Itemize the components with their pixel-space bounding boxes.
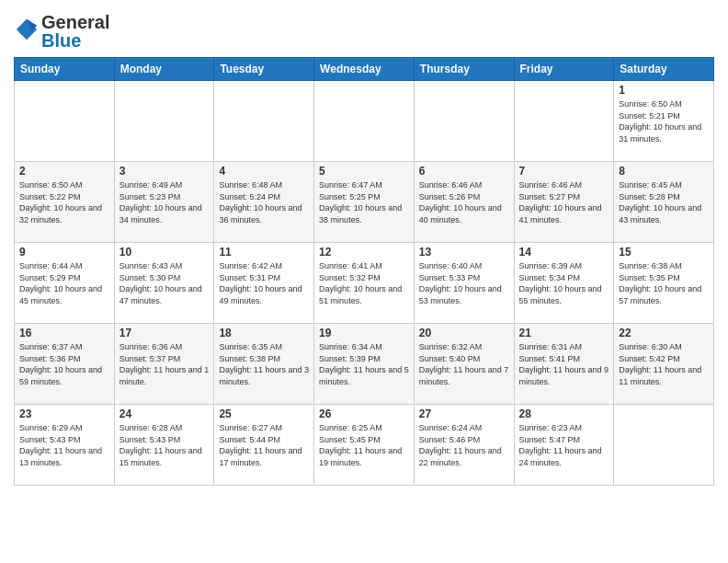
weekday-wednesday: Wednesday xyxy=(314,58,415,81)
day-number: 21 xyxy=(519,327,609,339)
day-cell: 4Sunrise: 6:48 AM Sunset: 5:24 PM Daylig… xyxy=(214,162,314,243)
day-info: Sunrise: 6:25 AM Sunset: 5:45 PM Dayligh… xyxy=(319,422,409,468)
day-info: Sunrise: 6:37 AM Sunset: 5:36 PM Dayligh… xyxy=(19,341,109,387)
day-info: Sunrise: 6:39 AM Sunset: 5:34 PM Dayligh… xyxy=(519,260,609,306)
day-cell: 22Sunrise: 6:30 AM Sunset: 5:42 PM Dayli… xyxy=(614,324,714,405)
day-cell: 24Sunrise: 6:28 AM Sunset: 5:43 PM Dayli… xyxy=(114,405,214,486)
svg-marker-0 xyxy=(17,19,37,40)
day-info: Sunrise: 6:27 AM Sunset: 5:44 PM Dayligh… xyxy=(219,422,309,468)
day-number: 20 xyxy=(419,327,509,339)
weekday-monday: Monday xyxy=(114,58,214,81)
day-cell: 25Sunrise: 6:27 AM Sunset: 5:44 PM Dayli… xyxy=(214,405,314,486)
header: General Blue xyxy=(14,9,714,50)
day-cell: 20Sunrise: 6:32 AM Sunset: 5:40 PM Dayli… xyxy=(414,324,514,405)
day-info: Sunrise: 6:45 AM Sunset: 5:28 PM Dayligh… xyxy=(619,179,709,225)
day-cell: 9Sunrise: 6:44 AM Sunset: 5:29 PM Daylig… xyxy=(15,243,115,324)
day-number: 19 xyxy=(319,327,409,339)
day-cell: 18Sunrise: 6:35 AM Sunset: 5:38 PM Dayli… xyxy=(214,324,314,405)
day-number: 17 xyxy=(119,327,210,339)
day-number: 15 xyxy=(619,246,709,259)
day-info: Sunrise: 6:24 AM Sunset: 5:46 PM Dayligh… xyxy=(419,422,509,468)
day-cell xyxy=(114,81,214,162)
day-cell: 12Sunrise: 6:41 AM Sunset: 5:32 PM Dayli… xyxy=(314,243,415,324)
day-number: 22 xyxy=(619,327,709,339)
day-number: 23 xyxy=(19,408,109,420)
logo-text: General Blue xyxy=(41,13,109,50)
day-number: 12 xyxy=(319,246,409,259)
day-info: Sunrise: 6:41 AM Sunset: 5:32 PM Dayligh… xyxy=(319,260,409,306)
day-cell: 3Sunrise: 6:49 AM Sunset: 5:23 PM Daylig… xyxy=(114,162,214,243)
day-info: Sunrise: 6:34 AM Sunset: 5:39 PM Dayligh… xyxy=(319,341,409,387)
day-cell xyxy=(414,81,514,162)
day-number: 4 xyxy=(219,165,309,178)
day-cell xyxy=(614,405,714,486)
day-cell: 8Sunrise: 6:45 AM Sunset: 5:28 PM Daylig… xyxy=(614,162,714,243)
weekday-sunday: Sunday xyxy=(15,58,115,81)
day-number: 16 xyxy=(19,327,109,339)
week-row-2: 9Sunrise: 6:44 AM Sunset: 5:29 PM Daylig… xyxy=(15,243,714,324)
day-cell: 7Sunrise: 6:46 AM Sunset: 5:27 PM Daylig… xyxy=(514,162,614,243)
day-cell: 21Sunrise: 6:31 AM Sunset: 5:41 PM Dayli… xyxy=(514,324,614,405)
weekday-friday: Friday xyxy=(514,58,614,81)
day-number: 18 xyxy=(219,327,309,339)
day-number: 3 xyxy=(119,165,210,178)
day-info: Sunrise: 6:43 AM Sunset: 5:30 PM Dayligh… xyxy=(119,260,210,306)
day-number: 11 xyxy=(219,246,309,259)
day-number: 24 xyxy=(119,408,210,420)
day-info: Sunrise: 6:40 AM Sunset: 5:33 PM Dayligh… xyxy=(419,260,509,306)
day-cell xyxy=(514,81,614,162)
day-number: 7 xyxy=(519,165,609,178)
day-number: 2 xyxy=(19,165,109,178)
day-cell: 1Sunrise: 6:50 AM Sunset: 5:21 PM Daylig… xyxy=(614,81,714,162)
day-info: Sunrise: 6:49 AM Sunset: 5:23 PM Dayligh… xyxy=(119,179,210,225)
day-cell: 5Sunrise: 6:47 AM Sunset: 5:25 PM Daylig… xyxy=(314,162,415,243)
weekday-tuesday: Tuesday xyxy=(214,58,314,81)
day-cell: 2Sunrise: 6:50 AM Sunset: 5:22 PM Daylig… xyxy=(15,162,115,243)
day-number: 10 xyxy=(119,246,210,259)
day-info: Sunrise: 6:50 AM Sunset: 5:22 PM Dayligh… xyxy=(19,179,109,225)
day-cell xyxy=(314,81,415,162)
page: General Blue SundayMondayTuesdayWednesda… xyxy=(0,0,728,563)
day-info: Sunrise: 6:44 AM Sunset: 5:29 PM Dayligh… xyxy=(19,260,109,306)
day-cell: 27Sunrise: 6:24 AM Sunset: 5:46 PM Dayli… xyxy=(414,405,514,486)
day-cell: 15Sunrise: 6:38 AM Sunset: 5:35 PM Dayli… xyxy=(614,243,714,324)
weekday-header-row: SundayMondayTuesdayWednesdayThursdayFrid… xyxy=(15,58,714,81)
day-number: 25 xyxy=(219,408,309,420)
day-number: 5 xyxy=(319,165,409,178)
weekday-saturday: Saturday xyxy=(614,58,714,81)
day-cell: 11Sunrise: 6:42 AM Sunset: 5:31 PM Dayli… xyxy=(214,243,314,324)
day-info: Sunrise: 6:32 AM Sunset: 5:40 PM Dayligh… xyxy=(419,341,509,387)
day-number: 1 xyxy=(619,84,709,97)
day-info: Sunrise: 6:47 AM Sunset: 5:25 PM Dayligh… xyxy=(319,179,409,225)
day-info: Sunrise: 6:23 AM Sunset: 5:47 PM Dayligh… xyxy=(519,422,609,468)
day-cell: 10Sunrise: 6:43 AM Sunset: 5:30 PM Dayli… xyxy=(114,243,214,324)
day-cell: 16Sunrise: 6:37 AM Sunset: 5:36 PM Dayli… xyxy=(15,324,115,405)
day-number: 8 xyxy=(619,165,709,178)
day-info: Sunrise: 6:46 AM Sunset: 5:27 PM Dayligh… xyxy=(519,179,609,225)
day-info: Sunrise: 6:50 AM Sunset: 5:21 PM Dayligh… xyxy=(619,98,709,144)
day-number: 26 xyxy=(319,408,409,420)
day-info: Sunrise: 6:38 AM Sunset: 5:35 PM Dayligh… xyxy=(619,260,709,306)
week-row-4: 23Sunrise: 6:29 AM Sunset: 5:43 PM Dayli… xyxy=(15,405,714,486)
day-cell: 23Sunrise: 6:29 AM Sunset: 5:43 PM Dayli… xyxy=(15,405,115,486)
day-cell: 14Sunrise: 6:39 AM Sunset: 5:34 PM Dayli… xyxy=(514,243,614,324)
week-row-0: 1Sunrise: 6:50 AM Sunset: 5:21 PM Daylig… xyxy=(15,81,714,162)
day-number: 6 xyxy=(419,165,509,178)
day-cell: 17Sunrise: 6:36 AM Sunset: 5:37 PM Dayli… xyxy=(114,324,214,405)
day-info: Sunrise: 6:36 AM Sunset: 5:37 PM Dayligh… xyxy=(119,341,210,387)
day-number: 28 xyxy=(519,408,609,420)
weekday-thursday: Thursday xyxy=(414,58,514,81)
day-info: Sunrise: 6:48 AM Sunset: 5:24 PM Dayligh… xyxy=(219,179,309,225)
day-cell: 13Sunrise: 6:40 AM Sunset: 5:33 PM Dayli… xyxy=(414,243,514,324)
day-info: Sunrise: 6:30 AM Sunset: 5:42 PM Dayligh… xyxy=(619,341,709,387)
day-info: Sunrise: 6:31 AM Sunset: 5:41 PM Dayligh… xyxy=(519,341,609,387)
day-cell xyxy=(15,81,115,162)
logo-icon xyxy=(14,17,40,42)
day-cell xyxy=(214,81,314,162)
calendar: SundayMondayTuesdayWednesdayThursdayFrid… xyxy=(14,57,714,486)
week-row-1: 2Sunrise: 6:50 AM Sunset: 5:22 PM Daylig… xyxy=(15,162,714,243)
day-info: Sunrise: 6:42 AM Sunset: 5:31 PM Dayligh… xyxy=(219,260,309,306)
day-cell: 28Sunrise: 6:23 AM Sunset: 5:47 PM Dayli… xyxy=(514,405,614,486)
day-info: Sunrise: 6:35 AM Sunset: 5:38 PM Dayligh… xyxy=(219,341,309,387)
day-info: Sunrise: 6:28 AM Sunset: 5:43 PM Dayligh… xyxy=(119,422,210,468)
